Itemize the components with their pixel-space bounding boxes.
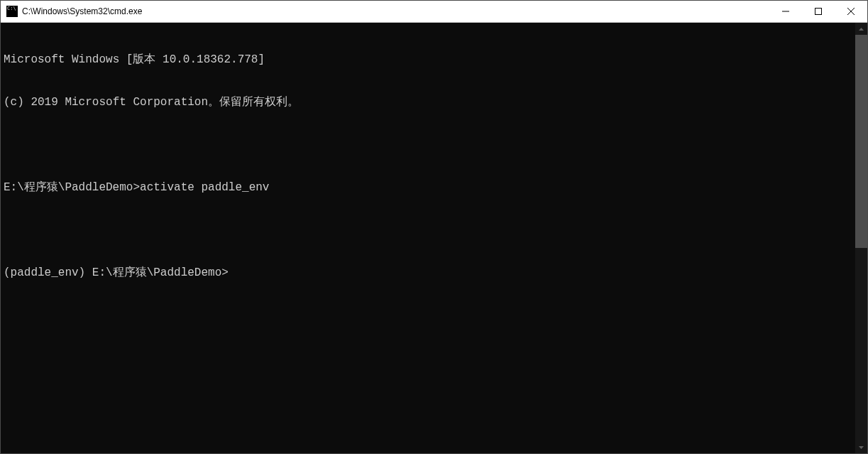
scroll-up-button[interactable] (855, 23, 867, 35)
scroll-track[interactable] (855, 35, 867, 441)
window-controls (769, 1, 867, 22)
close-button[interactable] (835, 1, 867, 22)
titlebar[interactable]: C:\Windows\System32\cmd.exe (1, 1, 867, 23)
minimize-button[interactable] (769, 1, 802, 22)
chevron-down-icon (859, 446, 864, 449)
terminal-line: (c) 2019 Microsoft Corporation。保留所有权利。 (4, 95, 852, 109)
terminal-line (4, 223, 852, 237)
maximize-icon (815, 8, 822, 15)
terminal-content[interactable]: Microsoft Windows [版本 10.0.18362.778] (c… (1, 23, 855, 453)
terminal-line: (paddle_env) E:\程序猿\PaddleDemo> (4, 266, 852, 280)
terminal-area: Microsoft Windows [版本 10.0.18362.778] (c… (1, 23, 867, 453)
svg-rect-1 (815, 9, 822, 15)
minimize-icon (782, 8, 789, 15)
close-icon (847, 8, 855, 15)
scroll-down-button[interactable] (855, 441, 867, 453)
cmd-icon (6, 6, 18, 17)
cmd-window: C:\Windows\System32\cmd.exe Microsoft Wi… (0, 0, 868, 454)
terminal-line: E:\程序猿\PaddleDemo>activate paddle_env (4, 180, 852, 195)
scroll-thumb[interactable] (855, 35, 867, 248)
window-title: C:\Windows\System32\cmd.exe (22, 6, 769, 16)
scrollbar[interactable] (855, 23, 867, 453)
terminal-line (4, 138, 852, 152)
maximize-button[interactable] (802, 1, 835, 22)
terminal-line: Microsoft Windows [版本 10.0.18362.778] (4, 53, 852, 67)
chevron-up-icon (859, 28, 864, 31)
